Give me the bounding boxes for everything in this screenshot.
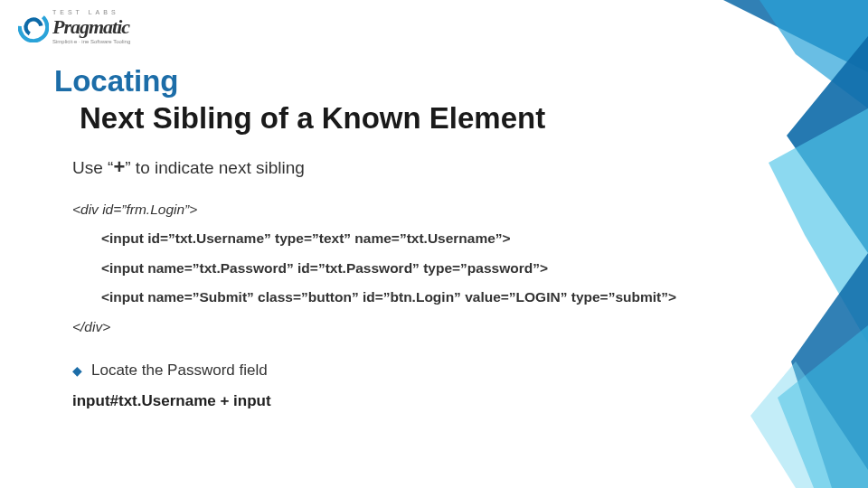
logo-top-text: TEST LABS [52,9,130,15]
subtitle-pre: Use “ [72,158,113,177]
logo: TEST LABS Pragmatic Simplicit·e · ine So… [18,9,832,44]
subtitle: Use “+” to indicate next sibling [72,155,832,179]
svg-point-8 [23,16,43,37]
logo-subtitle: Simplicit·e · ine Software Tooling [52,39,130,44]
bullet-section: ◆ Locate the Password field input#txt.Us… [72,361,832,410]
subtitle-plus: + [113,155,125,178]
code-line-1: <input id=”txt.Username” type=”text” nam… [101,224,832,254]
code-example: <div id=”frm.Login”> <input id=”txt.User… [72,195,832,343]
bullet-text: Locate the Password field [91,361,268,380]
subtitle-post: ” to indicate next sibling [125,158,305,177]
bullet-item: ◆ Locate the Password field [72,361,832,380]
title-line2: Next Sibling of a Known Element [80,99,832,136]
title-line1: Locating [54,62,832,99]
code-close: </div> [72,313,832,343]
css-selector: input#txt.Username + input [72,392,832,410]
code-line-3: <input name=”Submit” class=”button” id=”… [101,283,832,313]
logo-mark-icon [18,12,49,42]
bullet-diamond-icon: ◆ [72,363,82,378]
logo-main-text: Pragmatic [52,17,130,37]
slide-title: Locating Next Sibling of a Known Element [54,62,832,137]
code-line-2: <input name=”txt.Password” id=”txt.Passw… [101,254,832,284]
svg-point-7 [18,12,49,42]
code-open: <div id=”frm.Login”> [72,195,832,225]
